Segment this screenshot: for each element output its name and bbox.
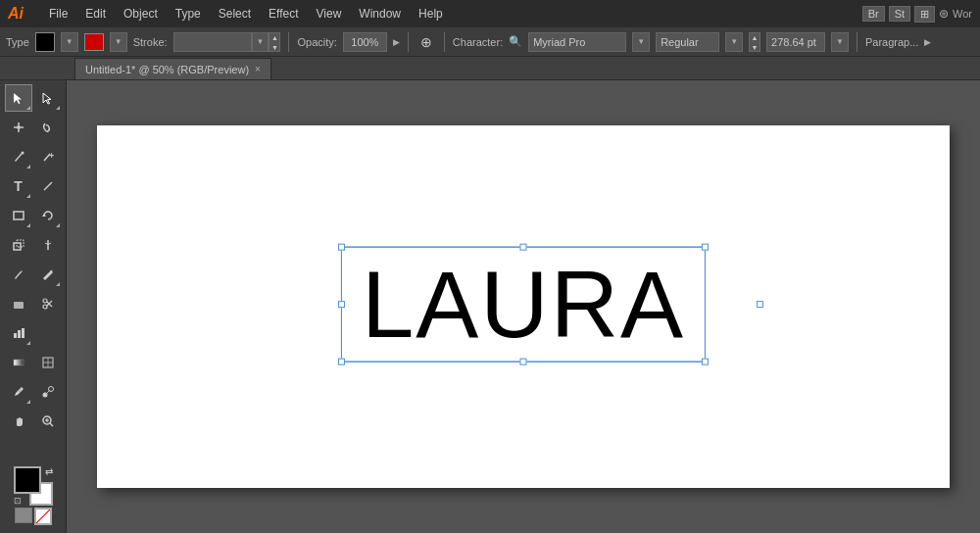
opacity-arrow[interactable]: ▶: [393, 37, 400, 47]
stock-btn[interactable]: St: [889, 6, 910, 22]
size-unit-dropdown[interactable]: ▼: [831, 32, 849, 52]
svg-point-7: [21, 152, 24, 155]
font-size-input[interactable]: [766, 32, 825, 52]
separator-2: [408, 32, 409, 52]
opacity-label: Opacity:: [297, 36, 336, 48]
line-tool[interactable]: [34, 172, 62, 200]
direct-selection-tool[interactable]: [34, 84, 62, 112]
paragraph-label: Paragrap...: [865, 36, 918, 48]
svg-line-32: [50, 423, 53, 426]
color-mode-buttons: [15, 508, 52, 525]
font-style-input[interactable]: [656, 32, 719, 52]
canvas-text[interactable]: LAURA: [362, 252, 685, 357]
font-dropdown[interactable]: ▼: [632, 32, 650, 52]
opacity-input[interactable]: [343, 32, 387, 52]
add-anchor-tool[interactable]: +: [34, 143, 62, 170]
paragraph-arrow[interactable]: ▶: [924, 37, 931, 47]
blend-tool[interactable]: [34, 378, 62, 406]
tool-row-5: [2, 202, 64, 229]
type-tool[interactable]: T: [5, 172, 32, 200]
handle-bottom-right[interactable]: [702, 359, 709, 365]
stroke-spinner[interactable]: ▲ ▼: [269, 32, 280, 52]
type-label: Type: [6, 36, 29, 48]
magic-wand-tool[interactable]: [5, 114, 32, 141]
zoom-tool[interactable]: [34, 408, 62, 435]
gradient-tool[interactable]: [5, 349, 32, 376]
lasso-tool[interactable]: [34, 114, 62, 141]
document-tab[interactable]: Untitled-1* @ 50% (RGB/Preview) ×: [74, 58, 271, 79]
eyedropper-tool[interactable]: [5, 378, 32, 406]
stroke-width-input[interactable]: [173, 32, 252, 52]
rectangle-tool[interactable]: [5, 202, 32, 229]
artboard: LAURA: [97, 125, 950, 488]
scissors-tool[interactable]: [34, 290, 62, 317]
menu-effect[interactable]: Effect: [261, 5, 306, 23]
char-search-icon: 🔍: [509, 35, 522, 48]
menu-view[interactable]: View: [309, 5, 350, 23]
text-selection-container[interactable]: LAURA: [341, 247, 706, 363]
selection-tool[interactable]: [5, 84, 32, 112]
fill-dropdown[interactable]: ▼: [61, 32, 78, 52]
foreground-color-swatch[interactable]: [14, 466, 41, 494]
svg-point-6: [17, 125, 21, 129]
app-logo: Ai: [8, 5, 35, 23]
default-colors-icon[interactable]: ⊡: [14, 496, 22, 506]
menu-type[interactable]: Type: [168, 5, 209, 23]
handle-top-left[interactable]: [338, 244, 345, 251]
canvas-area: LAURA: [67, 80, 980, 533]
font-size-spinner[interactable]: ▲ ▼: [749, 32, 760, 52]
paintbrush-tool[interactable]: [5, 261, 32, 288]
apps-btn[interactable]: ⊞: [914, 6, 935, 23]
menu-edit[interactable]: Edit: [77, 5, 114, 23]
svg-rect-22: [18, 330, 21, 338]
pencil-tool[interactable]: [34, 261, 62, 288]
svg-rect-21: [14, 333, 17, 338]
handle-bounding-right[interactable]: [757, 301, 763, 308]
tool-row-7: [2, 261, 64, 288]
bridge-btn[interactable]: Br: [862, 6, 885, 22]
tool-row-3: +: [2, 143, 64, 170]
fg-bg-swatches: ⇄ ⊡: [14, 466, 53, 506]
character-label: Character:: [453, 36, 503, 48]
fill-color-swatch[interactable]: [35, 32, 55, 52]
svg-rect-23: [22, 328, 24, 338]
handle-middle-left[interactable]: [338, 301, 345, 308]
rotate-tool[interactable]: [34, 202, 62, 229]
svg-rect-24: [14, 360, 24, 365]
swap-colors-icon[interactable]: ⇄: [45, 466, 53, 477]
menu-file[interactable]: File: [41, 5, 75, 23]
menu-window[interactable]: Window: [351, 5, 409, 23]
empty-tool: [34, 319, 62, 347]
menu-object[interactable]: Object: [116, 5, 166, 23]
handle-top-center[interactable]: [519, 244, 526, 251]
no-color-btn[interactable]: [34, 508, 52, 525]
scale-tool[interactable]: [5, 231, 32, 259]
title-bar: Ai File Edit Object Type Select Effect V…: [0, 0, 980, 27]
selection-box: LAURA: [341, 247, 706, 363]
tab-title: Untitled-1* @ 50% (RGB/Preview): [85, 64, 249, 75]
pen-tool[interactable]: [5, 143, 32, 170]
handle-bottom-left[interactable]: [338, 359, 345, 365]
mesh-tool[interactable]: [34, 349, 62, 376]
stroke-unit-dropdown[interactable]: ▼: [252, 32, 270, 52]
stroke-color-dropdown[interactable]: ▼: [110, 32, 127, 52]
color-mode-btn[interactable]: [15, 508, 32, 523]
handle-top-right[interactable]: [702, 244, 709, 251]
tab-close-button[interactable]: ×: [255, 64, 261, 74]
eraser-tool[interactable]: [5, 290, 32, 317]
stroke-color-indicator[interactable]: [84, 33, 104, 51]
menu-select[interactable]: Select: [211, 5, 259, 23]
svg-point-18: [43, 299, 47, 303]
hand-tool[interactable]: [5, 408, 32, 435]
bar-graph-tool[interactable]: [5, 319, 32, 347]
style-dropdown[interactable]: ▼: [725, 32, 743, 52]
tool-row-1: [2, 84, 64, 112]
font-name-input[interactable]: [528, 32, 626, 52]
tool-row-8: [2, 290, 64, 317]
globe-icon[interactable]: ⊕: [416, 32, 436, 52]
separator-1: [288, 32, 289, 52]
menu-help[interactable]: Help: [411, 5, 451, 23]
tool-row-9: [2, 319, 64, 347]
handle-bottom-center[interactable]: [519, 359, 526, 365]
width-tool[interactable]: [34, 231, 62, 259]
